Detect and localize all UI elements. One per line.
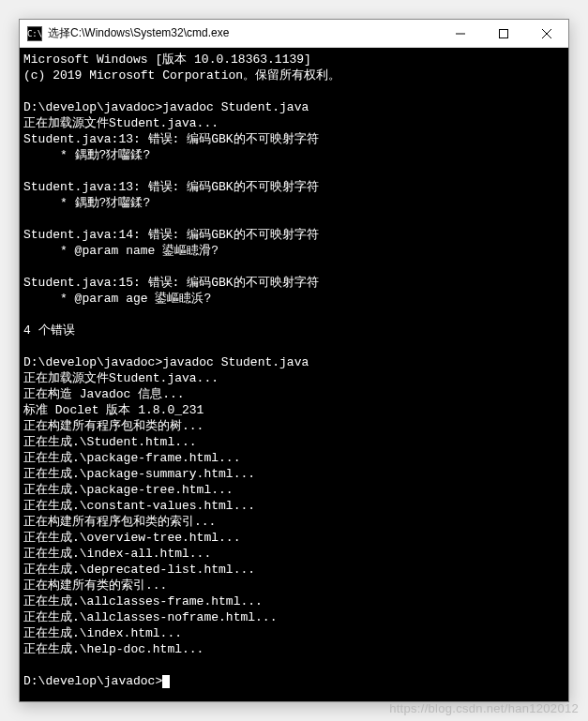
console-line: * 鍝動?犲囓鍒? (23, 195, 565, 211)
console-line: 正在生成.\index.html... (23, 625, 565, 641)
console-line: 正在生成.\Student.html... (23, 434, 565, 450)
minimize-icon (456, 29, 465, 38)
svg-rect-1 (500, 29, 508, 38)
console-line (23, 83, 565, 99)
console-line: 正在生成.\index-all.html... (23, 546, 565, 562)
console-line (23, 307, 565, 323)
console-line: 正在构建所有程序包和类的树... (23, 418, 565, 434)
console-line: 正在生成.\deprecated-list.html... (23, 562, 565, 578)
console-line: * @param name 鍙嶇瞣滑? (23, 243, 565, 259)
cursor (162, 675, 170, 688)
console-line: D:\develop\javadoc> (23, 673, 565, 689)
maximize-icon (499, 29, 508, 38)
console-output[interactable]: Microsoft Windows [版本 10.0.18363.1139](c… (20, 48, 568, 701)
close-button[interactable] (525, 20, 568, 47)
console-line (23, 338, 565, 354)
titlebar[interactable]: C:\ 选择C:\Windows\System32\cmd.exe (20, 20, 568, 48)
console-line (23, 163, 565, 179)
cmd-window: C:\ 选择C:\Windows\System32\cmd.exe Micros… (19, 19, 569, 702)
console-line: Student.java:14: 错误: 编码GBK的不可映射字符 (23, 227, 565, 243)
window-title: 选择C:\Windows\System32\cmd.exe (48, 25, 439, 41)
console-line: * @param age 鍙嶇瞣浜? (23, 291, 565, 307)
console-line: Student.java:15: 错误: 编码GBK的不可映射字符 (23, 275, 565, 291)
console-line: Student.java:13: 错误: 编码GBK的不可映射字符 (23, 179, 565, 195)
watermark-text: https://blog.csdn.net/han1202012 (389, 701, 579, 715)
console-line (23, 259, 565, 275)
console-line: 正在生成.\package-frame.html... (23, 450, 565, 466)
console-line: 正在生成.\help-doc.html... (23, 641, 565, 657)
console-line: 正在构造 Javadoc 信息... (23, 386, 565, 402)
console-line: 正在生成.\constant-values.html... (23, 498, 565, 514)
console-line: Student.java:13: 错误: 编码GBK的不可映射字符 (23, 131, 565, 147)
console-line: D:\develop\javadoc>javadoc Student.java (23, 99, 565, 115)
console-line: 正在构建所有类的索引... (23, 578, 565, 593)
console-line: 正在生成.\package-summary.html... (23, 466, 565, 482)
console-line: 正在生成.\overview-tree.html... (23, 530, 565, 546)
close-icon (542, 29, 551, 38)
console-line: 4 个错误 (23, 323, 565, 338)
console-line: 正在生成.\allclasses-noframe.html... (23, 609, 565, 625)
maximize-button[interactable] (482, 20, 525, 47)
console-line (23, 211, 565, 227)
console-line: * 鍝動?犲囓鍒? (23, 147, 565, 163)
minimize-button[interactable] (439, 20, 482, 47)
console-line: 标准 Doclet 版本 1.8.0_231 (23, 402, 565, 418)
console-line: 正在生成.\allclasses-frame.html... (23, 593, 565, 609)
console-line: 正在加载源文件Student.java... (23, 115, 565, 131)
console-line (23, 657, 565, 673)
cmd-icon: C:\ (27, 26, 42, 41)
console-line: 正在加载源文件Student.java... (23, 370, 565, 386)
console-line: 正在构建所有程序包和类的索引... (23, 514, 565, 530)
console-line: Microsoft Windows [版本 10.0.18363.1139] (23, 52, 565, 68)
console-line: 正在生成.\package-tree.html... (23, 482, 565, 498)
console-line: (c) 2019 Microsoft Corporation。保留所有权利。 (23, 68, 565, 83)
console-line: D:\develop\javadoc>javadoc Student.java (23, 354, 565, 370)
window-controls (439, 20, 568, 47)
